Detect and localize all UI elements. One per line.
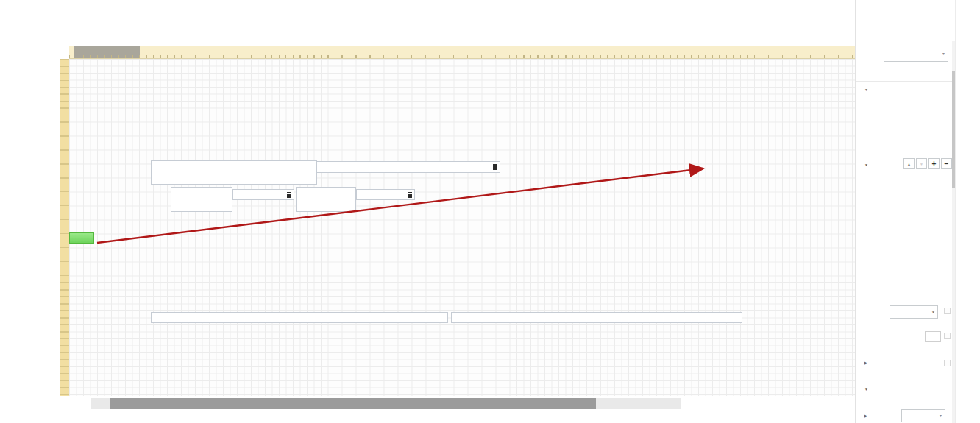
data-binding-icon: [493, 164, 497, 170]
section-divider: [856, 352, 955, 352]
section-divider: [856, 152, 955, 152]
section-divider: [856, 380, 955, 380]
keep-together-checkbox[interactable]: [944, 333, 951, 339]
expand-triangle-icon: ▶: [864, 413, 867, 418]
main-toolbar: [50, 0, 855, 44]
page-footer-box-left[interactable]: [151, 312, 448, 323]
collapse-triangle-icon: ▼: [864, 88, 868, 92]
report-title-control[interactable]: [151, 128, 467, 152]
ruler-ticks: [69, 55, 855, 58]
properties-panel: ▼ ▼ ▼ ▲ ▼ + − ▼ ▶: [855, 0, 955, 423]
chevron-down-icon: ▼: [937, 413, 945, 418]
page-break-dropdown[interactable]: ▼: [890, 305, 938, 319]
add-sort-field-button[interactable]: +: [928, 158, 940, 169]
report-designer-window: ▼ ▼ ▼ ▲ ▼ + − ▼ ▶: [0, 0, 980, 423]
toolbox-sidebar: [0, 0, 50, 423]
collapse-triangle-icon: ▼: [864, 163, 868, 167]
chevron-down-icon: ▼: [929, 310, 937, 314]
sort-fields-buttons: ▲ ▼ + −: [903, 158, 952, 169]
scroll-right-button[interactable]: [681, 398, 700, 409]
horizontal-scrollbar[interactable]: [72, 398, 700, 409]
element-selector-dropdown[interactable]: ▼: [884, 46, 948, 62]
collapse-triangle-icon: ▼: [864, 387, 868, 391]
remove-sort-field-button[interactable]: −: [941, 158, 952, 169]
sort-move-down-button[interactable]: ▼: [916, 158, 927, 169]
scroll-left-button[interactable]: [72, 398, 91, 409]
panel-tab-rail: [955, 0, 980, 423]
page-break-checkbox[interactable]: [944, 308, 951, 314]
even-style-dropdown[interactable]: ▼: [901, 409, 945, 422]
group-header1-label[interactable]: [151, 160, 317, 185]
sort-fields-section-header[interactable]: ▼: [864, 162, 871, 168]
sort-move-up-button[interactable]: ▲: [903, 158, 915, 169]
band-icon: [864, 47, 878, 60]
detail-band-selection-handle[interactable]: [69, 232, 94, 244]
horizontal-ruler: [69, 46, 855, 59]
station-name-label[interactable]: [296, 187, 356, 212]
chevron-down-icon: ▼: [940, 51, 948, 56]
scrollbar-thumb[interactable]: [110, 398, 596, 409]
styles-section-header[interactable]: ▼: [864, 386, 871, 393]
group-header1-field[interactable]: [316, 161, 500, 173]
vertical-ruler: [60, 59, 69, 396]
multi-column-checkbox[interactable]: [944, 360, 951, 366]
facility-name-label[interactable]: [171, 187, 232, 212]
section-divider: [856, 81, 955, 82]
design-grid: [69, 59, 855, 396]
keep-together-input[interactable]: [925, 331, 941, 342]
section-divider: [856, 405, 955, 405]
data-binding-icon: [287, 192, 291, 198]
page-footer-box-right[interactable]: [451, 312, 742, 323]
expand-triangle-icon: ▶: [864, 360, 867, 365]
band-strip: [50, 59, 60, 396]
station-name-field[interactable]: [356, 189, 415, 200]
actions-section-header[interactable]: ▼: [864, 87, 871, 93]
even-style-header[interactable]: ▶: [864, 413, 870, 419]
multi-column-section-header[interactable]: ▶: [864, 360, 870, 366]
scrollbar-track[interactable]: [91, 398, 681, 409]
facility-name-field[interactable]: [232, 189, 294, 200]
data-binding-icon: [408, 192, 412, 198]
